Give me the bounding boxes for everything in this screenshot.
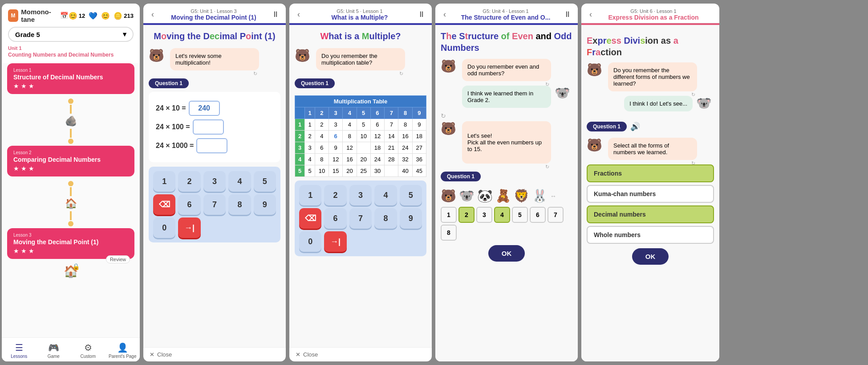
key-backspace[interactable]: ⌫: [153, 194, 175, 215]
key-p3-1[interactable]: 1: [299, 185, 321, 205]
key-6[interactable]: 6: [178, 194, 200, 215]
cell-2-9: 18: [412, 131, 426, 142]
back-button-p3[interactable]: ‹: [296, 8, 302, 21]
math-input-3[interactable]: [196, 138, 227, 153]
num-box-7[interactable]: 7: [548, 207, 564, 223]
cell-4-6: 24: [370, 154, 384, 165]
num-box-6[interactable]: 6: [530, 207, 546, 223]
bear-avatar-p5-1: 🐻: [587, 62, 604, 80]
key-9[interactable]: 9: [254, 194, 276, 215]
app-logo: M Momono-tane 📅: [8, 8, 69, 23]
pause-button-p3[interactable]: ⏸: [418, 10, 426, 19]
back-button[interactable]: ‹: [150, 8, 156, 21]
title-v: v: [166, 31, 171, 41]
key-p3-5[interactable]: 5: [400, 185, 422, 205]
key-3[interactable]: 3: [203, 171, 226, 192]
back-button-p5[interactable]: ‹: [588, 8, 594, 21]
key-p3-2[interactable]: 2: [324, 185, 346, 205]
panel4-content: The Structure of Even and Odd Numbers 🐻 …: [435, 25, 578, 361]
num-box-5[interactable]: 5: [512, 207, 528, 223]
key-1[interactable]: 1: [153, 171, 175, 192]
cell-5-1: 5: [305, 165, 315, 177]
speaker-icon-p5[interactable]: 🔊: [630, 122, 640, 131]
panel2-main-title: Moving the Decimal Point (1): [149, 30, 280, 42]
ok-button-p5[interactable]: OK: [632, 248, 669, 265]
bubble-text-p5-3: Select all the forms of numbers we learn…: [608, 138, 697, 160]
num-box-8[interactable]: 8: [441, 225, 457, 241]
num-box-1[interactable]: 1: [441, 207, 457, 223]
title-a: a: [673, 36, 678, 45]
panel4-header-center: G5: Unit 4 · Lesson 1 The Structure of E…: [448, 8, 564, 21]
math-input-1[interactable]: [189, 101, 220, 116]
refresh-icon-p5-1[interactable]: ↻: [691, 92, 695, 98]
grade-selector[interactable]: Grade 5 ▾: [8, 27, 134, 42]
house-icon: 🏠: [65, 198, 77, 209]
nav-game[interactable]: 🎮 Game: [37, 341, 71, 360]
nav-custom[interactable]: ⚙ Custom: [71, 341, 105, 360]
refresh-icon-p4-1[interactable]: ↻: [545, 82, 549, 87]
key-0[interactable]: 0: [153, 217, 175, 238]
key-p3-7[interactable]: 7: [349, 208, 372, 229]
nav-lessons[interactable]: ☰ Lessons: [2, 341, 37, 360]
chat-bubble-p5-1: 🐻 Do you remember the different forms of…: [587, 62, 714, 91]
back-button-p4[interactable]: ‹: [442, 8, 448, 21]
num-box-4[interactable]: 4: [494, 207, 510, 223]
title-ultiple: ultiple?: [369, 31, 401, 41]
math-row-3: 24 × 1000 =: [156, 138, 273, 153]
title-h: h: [329, 31, 334, 41]
key-8[interactable]: 8: [228, 194, 251, 215]
title-ess: e: [606, 36, 611, 45]
choice-kuma[interactable]: Kuma-chan numbers: [587, 185, 714, 203]
key-p3-enter[interactable]: →|: [324, 231, 346, 252]
lesson-card-1[interactable]: Lesson 1 Structure of Decimal Numbers ★ …: [7, 63, 134, 94]
bubble-text-p2: Let's review some multiplication! ↻: [170, 48, 259, 70]
key-p3-0[interactable]: 0: [299, 231, 321, 252]
ok-button-p4[interactable]: OK: [488, 245, 525, 262]
coin-item-2: 💙: [89, 12, 97, 20]
th-9: 9: [412, 107, 426, 119]
bubble-content-p4-3: Let's see! Pick all the even numbers up …: [467, 132, 542, 152]
num-box-2[interactable]: 2: [458, 207, 475, 223]
title-tion: ction: [600, 47, 622, 57]
bubble-text-p3: Do you remember the multiplication table…: [316, 48, 405, 70]
title-act: a: [596, 47, 600, 57]
key-5[interactable]: 5: [254, 171, 276, 192]
refresh-icon-p2[interactable]: ↻: [253, 71, 257, 77]
title-Fra: F: [587, 47, 592, 57]
key-p3-3[interactable]: 3: [349, 185, 372, 205]
refresh-icon-p5-3[interactable]: ↻: [691, 160, 695, 166]
refresh-icon-p4-3[interactable]: ↻: [545, 164, 549, 170]
title-x: x: [592, 36, 597, 45]
key-p3-6[interactable]: 6: [324, 208, 346, 229]
key-p3-9[interactable]: 9: [400, 208, 422, 229]
key-enter[interactable]: →|: [178, 217, 200, 238]
key-p3-backspace[interactable]: ⌫: [299, 208, 321, 229]
panel5-lesson-title: Express Division as a Fraction: [594, 14, 713, 21]
key-2[interactable]: 2: [178, 171, 200, 192]
choice-decimal[interactable]: Decimal numbers: [587, 205, 714, 223]
key-p3-4[interactable]: 4: [374, 185, 397, 205]
answer-choices-p5: Fractions Kuma-chan numbers Decimal numb…: [587, 164, 714, 244]
pause-button-p4[interactable]: ⏸: [564, 10, 572, 19]
close-bar-p3[interactable]: ✕ Close: [289, 347, 432, 361]
refresh-icon-p3[interactable]: ↻: [399, 71, 403, 77]
lesson-stars-2: ★ ★ ★: [13, 165, 128, 172]
title-ec: e: [210, 31, 215, 41]
math-input-2[interactable]: [193, 119, 224, 135]
cell-3-8: 24: [398, 142, 412, 154]
key-7[interactable]: 7: [203, 194, 226, 215]
key-4[interactable]: 4: [228, 171, 251, 192]
choice-whole[interactable]: Whole numbers: [587, 226, 714, 244]
panel1-header: M Momono-tane 📅 😊 12 💙 😊 🪙 213: [2, 4, 140, 63]
choice-fractions[interactable]: Fractions: [587, 164, 714, 182]
close-bar-p2[interactable]: ✕ Close: [143, 347, 286, 361]
lesson-card-3[interactable]: Lesson 3 Moving the Decimal Point (1) ★ …: [7, 228, 134, 259]
bottom-path: 🏠 🔒: [7, 262, 134, 280]
lesson-card-2[interactable]: Lesson 2 Comparing Decimal Numbers ★ ★ ★: [7, 146, 134, 176]
key-p3-8[interactable]: 8: [374, 208, 397, 229]
lessons-scroll[interactable]: Lesson 1 Structure of Decimal Numbers ★ …: [2, 63, 140, 337]
refresh-icon-p4-2[interactable]: ↻: [441, 112, 446, 119]
num-box-3[interactable]: 3: [476, 207, 492, 223]
pause-button[interactable]: ⏸: [272, 10, 280, 19]
nav-parent[interactable]: 👤 Parent's Page: [105, 341, 140, 360]
